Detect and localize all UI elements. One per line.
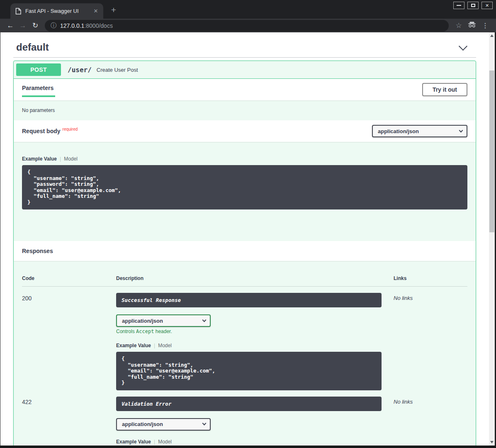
scrollbar-thumb[interactable] — [489, 71, 494, 232]
accept-note-suffix: header. — [154, 329, 172, 334]
tab-title: Fast API - Swagger UI — [25, 8, 92, 14]
scrollbar-up-arrow-icon[interactable] — [489, 32, 495, 39]
url-text: 127.0.0.1:8000/docs — [60, 22, 113, 29]
response-code-422: 422 — [22, 397, 116, 446]
operation-summary[interactable]: POST /user/ Create User Post — [14, 61, 476, 79]
parameters-tab-underline — [22, 95, 55, 97]
incognito-icon — [465, 22, 479, 30]
scrollbar-down-arrow-icon[interactable] — [489, 439, 495, 446]
model-tab[interactable]: Model — [158, 439, 172, 445]
response-422-content-type-value: application/json — [122, 421, 163, 427]
swagger-ui: default POST /user/ Create User Post Par… — [0, 32, 495, 446]
browser-menu-icon[interactable]: ⋮ — [479, 22, 492, 29]
request-body-label-text: Request body — [22, 128, 61, 134]
accept-note-prefix: Controls — [116, 329, 136, 334]
page-scrollbar[interactable] — [489, 32, 495, 446]
response-200-content-type-value: application/json — [122, 318, 163, 324]
tag-section-header[interactable]: default — [13, 37, 476, 58]
window-border-bottom — [0, 446, 496, 448]
select-chevron-icon — [202, 318, 207, 322]
responses-title: Responses — [22, 248, 53, 254]
window-controls: ✕ — [453, 2, 493, 9]
maximize-button[interactable] — [467, 2, 479, 9]
response-200-example-code[interactable]: { "username": "string", "email": "user@e… — [116, 352, 382, 390]
col-header-description: Description — [116, 275, 382, 281]
responses-header: Responses — [14, 241, 476, 261]
no-parameters-text: No parameters — [22, 107, 55, 113]
minimize-icon — [457, 5, 461, 6]
request-example-code[interactable]: { "username": "string", "password": "str… — [22, 165, 467, 209]
method-badge: POST — [16, 63, 61, 76]
response-200-description: Successful Response — [116, 293, 382, 307]
example-model-tabs: Example Value|Model — [22, 156, 467, 162]
responses-table-head: Code Description Links — [22, 269, 467, 287]
example-value-tab[interactable]: Example Value — [22, 156, 57, 162]
no-parameters-row: No parameters — [14, 100, 476, 120]
site-info-icon[interactable]: ⓘ — [51, 22, 56, 29]
required-badge: required — [61, 127, 78, 131]
response-422-description-cell: Validation Error application/json Exampl… — [116, 397, 382, 446]
tag-title: default — [16, 41, 49, 53]
parameters-header: Parameters Try it out — [14, 79, 476, 100]
example-model-tabs: Example Value|Model — [116, 439, 382, 445]
endpoint-summary: Create User Post — [97, 67, 138, 73]
request-content-type-select[interactable]: application/json — [372, 125, 467, 137]
example-value-tab[interactable]: Example Value — [116, 439, 151, 445]
request-body-content: Example Value|Model { "username": "strin… — [14, 142, 476, 241]
response-200-description-cell: Successful Response application/json Con… — [116, 293, 382, 390]
bookmark-star-icon[interactable]: ☆ — [452, 21, 465, 30]
browser-toolbar: ← → ↻ ⓘ 127.0.0.1:8000/docs ☆ ⋮ — [0, 19, 496, 32]
response-200-content-type-select[interactable]: application/json — [116, 314, 211, 327]
opblock-post-user: POST /user/ Create User Post Parameters … — [13, 61, 476, 446]
col-header-links: Links — [382, 275, 467, 281]
model-tab[interactable]: Model — [158, 343, 172, 348]
tab-separator: | — [154, 343, 155, 348]
responses-table: Code Description Links 200 Successful Re… — [14, 261, 476, 446]
model-tab[interactable]: Model — [64, 156, 78, 162]
tab-separator: | — [154, 439, 155, 445]
response-422-description: Validation Error — [116, 397, 382, 411]
tab-separator: | — [60, 156, 61, 162]
browser-tab[interactable]: Fast API - Swagger UI ✕ — [10, 3, 103, 19]
window-border-left — [0, 32, 0, 448]
minimize-button[interactable] — [453, 2, 464, 9]
example-value-tab[interactable]: Example Value — [116, 343, 151, 348]
accept-header-note: Controls Accept header. — [116, 329, 382, 334]
response-422-content-type-select[interactable]: application/json — [116, 418, 211, 431]
new-tab-button[interactable]: + — [108, 5, 119, 16]
url-path: :8000/docs — [84, 22, 113, 29]
example-model-tabs: Example Value|Model — [116, 343, 382, 348]
response-422-links: No links — [382, 397, 467, 446]
request-body-label: Request bodyrequired — [22, 124, 78, 139]
page-favicon-icon — [15, 8, 21, 15]
url-host: 127.0.0.1 — [60, 22, 84, 29]
tab-close-icon[interactable]: ✕ — [92, 8, 100, 14]
browser-tab-bar: Fast API - Swagger UI ✕ + ✕ — [0, 0, 496, 19]
try-it-out-button[interactable]: Try it out — [422, 83, 467, 96]
response-code-200: 200 — [22, 293, 116, 390]
accept-note-code: Accept — [136, 329, 154, 334]
endpoint-path: /user/ — [68, 66, 92, 74]
select-chevron-icon — [202, 421, 207, 426]
response-row-200: 200 Successful Response application/json… — [22, 287, 467, 390]
col-header-code: Code — [22, 275, 116, 281]
parameters-tab-label: Parameters — [22, 85, 55, 95]
response-200-links: No links — [382, 293, 467, 390]
collapse-chevron-icon[interactable] — [459, 41, 467, 50]
request-body-header: Request bodyrequired application/json — [14, 120, 476, 142]
back-icon[interactable]: ← — [4, 22, 17, 30]
response-row-422: 422 Validation Error application/json Ex… — [22, 390, 467, 446]
url-bar[interactable]: ⓘ 127.0.0.1:8000/docs — [45, 20, 449, 32]
maximize-icon — [471, 4, 475, 7]
request-content-type-value: application/json — [378, 128, 419, 134]
page-content: default POST /user/ Create User Post Par… — [0, 32, 495, 446]
refresh-icon[interactable]: ↻ — [29, 21, 41, 30]
select-chevron-icon — [459, 128, 463, 132]
close-button[interactable]: ✕ — [481, 2, 493, 9]
parameters-tab[interactable]: Parameters — [22, 82, 55, 97]
forward-icon[interactable]: → — [17, 22, 29, 30]
